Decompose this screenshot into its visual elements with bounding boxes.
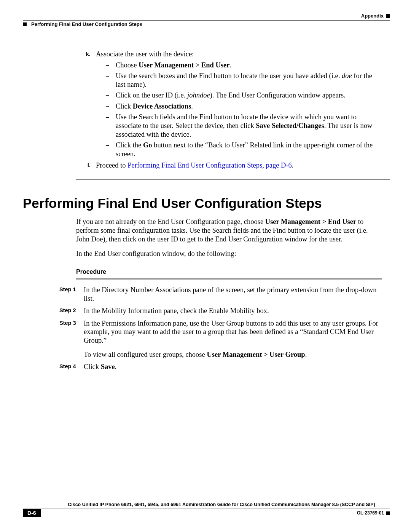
step-3-label: Step 3 xyxy=(59,319,81,359)
k-b4-pre: Click xyxy=(116,102,133,110)
step-3: Step 3 In the Permissions Information pa… xyxy=(59,319,382,359)
footer-rule xyxy=(23,508,390,508)
footer-title: Cisco Unified IP Phone 6921, 6941, 6945,… xyxy=(23,502,390,507)
k-b5-bold: Save Selected/Changes xyxy=(256,122,324,129)
s4-post: . xyxy=(115,363,117,371)
xref-link[interactable]: Performing Final End User Configuration … xyxy=(127,161,292,169)
upper-list: k. Associate the user with the device: –… xyxy=(76,50,382,170)
k-b6-text: Click the Go button next to the “Back to… xyxy=(110,141,382,158)
footer: Cisco Unified IP Phone 6921, 6941, 6945,… xyxy=(23,502,390,517)
k-b3-em: johndoe xyxy=(187,91,210,99)
k-b3-post: ). The End User Configuration window app… xyxy=(210,91,346,99)
step-3-content: In the Permissions Information pane, use… xyxy=(81,319,382,359)
k-b4-bold: Device Associations xyxy=(133,102,191,110)
k-b6-post: button next to the “Back to User” Relate… xyxy=(116,141,373,158)
k-b4-text: Click Device Associations. xyxy=(110,102,382,111)
k-b1-bold: User Management > End User xyxy=(139,61,229,69)
running-section-title: Performing Final End User Configuration … xyxy=(31,21,142,27)
dash-icon: – xyxy=(96,113,110,139)
header-divider xyxy=(23,20,390,21)
procedure-steps: Step 1 In the Directory Number Associati… xyxy=(59,286,382,371)
intro-p1-pre: If you are not already on the End User C… xyxy=(76,218,265,225)
step-1-text: In the Directory Number Associations pan… xyxy=(81,286,382,303)
step-2-text: In the Mobility Information pane, check … xyxy=(81,307,382,315)
step-l-label: l. xyxy=(76,161,91,170)
step-3-text: In the Permissions Information pane, use… xyxy=(84,319,382,345)
k-b3-pre: Click on the user ID (i.e. xyxy=(116,91,187,99)
dash-icon: – xyxy=(96,91,110,100)
k-b6-bold: Go xyxy=(143,141,152,149)
k-b4-post: . xyxy=(191,102,193,110)
k-b6-pre: Click the xyxy=(116,141,143,149)
step-k-label: k. xyxy=(76,50,91,158)
s3-extra-post: . xyxy=(305,351,307,358)
doc-id: OL-23769-01 xyxy=(357,510,390,516)
k-bullet-3: – Click on the user ID (i.e. johndoe). T… xyxy=(96,91,382,100)
k-b3-text: Click on the user ID (i.e. johndoe). The… xyxy=(110,91,382,100)
k-bullet-4: – Click Device Associations. xyxy=(96,102,382,111)
step-l: l. Proceed to Performing Final End User … xyxy=(76,161,382,170)
k-b1-post: . xyxy=(230,61,232,69)
step-1: Step 1 In the Directory Number Associati… xyxy=(59,286,382,303)
footer-row: D-6 OL-23769-01 xyxy=(23,509,390,517)
intro-p1-bold: User Management > End User xyxy=(265,218,356,225)
k-bullet-1: – Choose User Management > End User. xyxy=(96,61,382,70)
k-bullet-5: – Use the Search fields and the Find but… xyxy=(96,113,382,139)
k-b1-pre: Choose xyxy=(116,61,139,69)
step-2-label: Step 2 xyxy=(59,307,81,315)
header-square-icon xyxy=(386,14,390,18)
footer-square-icon xyxy=(386,511,390,515)
dash-icon: – xyxy=(96,61,110,70)
l-post: . xyxy=(292,161,294,169)
dash-icon: – xyxy=(96,72,110,89)
page: Appendix Performing Final End User Confi… xyxy=(0,0,411,532)
procedure-heading: Procedure xyxy=(76,268,390,276)
s3-extra-pre: To view all configured user groups, choo… xyxy=(84,351,207,358)
procedure-rule xyxy=(76,278,382,280)
dash-icon: – xyxy=(96,102,110,111)
k-b5-text: Use the Search fields and the Find butto… xyxy=(110,113,382,139)
k-b1-text: Choose User Management > End User. xyxy=(110,61,382,70)
doc-id-text: OL-23769-01 xyxy=(357,510,384,516)
section-title: Performing Final End User Configuration … xyxy=(23,195,390,212)
k-bullet-2: – Use the search boxes and the Find butt… xyxy=(96,72,382,89)
intro-p2: In the End User configuration window, do… xyxy=(76,249,382,258)
step-k-intro: Associate the user with the device: xyxy=(96,50,382,59)
step-4-label: Step 4 xyxy=(59,363,81,371)
subheader-row: Performing Final End User Configuration … xyxy=(23,21,390,27)
step-3-extra: To view all configured user groups, choo… xyxy=(84,350,382,359)
s4-bold: Save xyxy=(101,363,115,371)
header-appendix-row: Appendix xyxy=(23,13,390,19)
intro-p1: If you are not already on the End User C… xyxy=(76,217,382,243)
s4-pre: Click xyxy=(84,363,101,371)
s3-extra-bold: User Management > User Group xyxy=(207,351,305,358)
k-b2-em: doe xyxy=(342,72,352,80)
k-b2-text: Use the search boxes and the Find button… xyxy=(110,72,382,89)
step-2: Step 2 In the Mobility Information pane,… xyxy=(59,307,382,315)
step-k: k. Associate the user with the device: –… xyxy=(76,50,382,158)
page-number: D-6 xyxy=(23,509,41,517)
step-4: Step 4 Click Save. xyxy=(59,363,382,371)
k-b2-pre: Use the search boxes and the Find button… xyxy=(116,72,342,80)
header-appendix: Appendix xyxy=(361,13,384,19)
subheader-square-icon xyxy=(23,22,27,26)
dash-icon: – xyxy=(96,141,110,158)
body: k. Associate the user with the device: –… xyxy=(23,50,390,371)
step-k-content: Associate the user with the device: – Ch… xyxy=(91,50,382,158)
section-end-rule xyxy=(76,179,390,180)
k-bullet-6: – Click the Go button next to the “Back … xyxy=(96,141,382,158)
l-pre: Proceed to xyxy=(96,161,127,169)
step-l-content: Proceed to Performing Final End User Con… xyxy=(91,161,382,170)
step-4-content: Click Save. xyxy=(81,363,382,371)
step-1-label: Step 1 xyxy=(59,286,81,303)
